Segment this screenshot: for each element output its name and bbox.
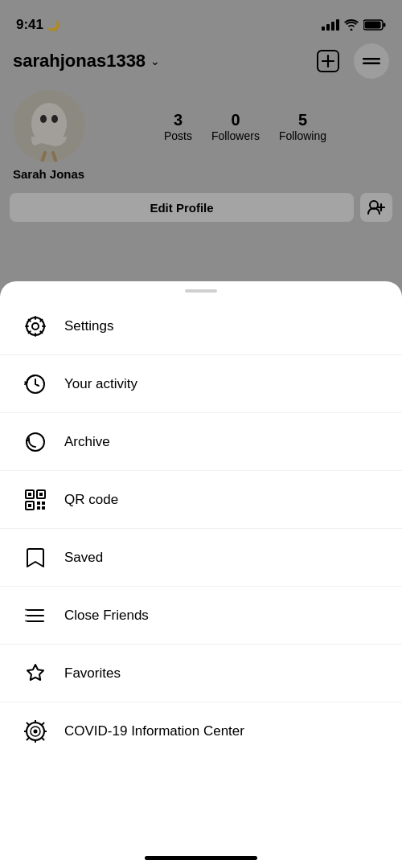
menu-item-covid[interactable]: COVID-19 Information Center: [0, 702, 402, 760]
svg-rect-26: [28, 504, 31, 507]
qr-code-icon: [18, 482, 53, 518]
covid-label: COVID-19 Information Center: [64, 723, 244, 739]
sheet-handle: [185, 289, 217, 293]
svg-point-47: [34, 730, 38, 734]
settings-label: Settings: [64, 318, 113, 334]
svg-rect-22: [28, 493, 31, 496]
svg-line-45: [42, 723, 43, 725]
svg-rect-27: [37, 502, 40, 505]
archive-icon: [18, 424, 53, 460]
svg-rect-24: [39, 493, 43, 496]
qr-code-label: QR code: [64, 492, 118, 508]
svg-line-43: [27, 723, 29, 725]
archive-label: Archive: [64, 434, 110, 450]
svg-line-44: [42, 738, 43, 739]
covid-icon: [18, 714, 53, 749]
your-activity-icon: [18, 366, 53, 402]
saved-label: Saved: [64, 550, 103, 566]
svg-point-17: [32, 323, 39, 330]
svg-rect-29: [37, 506, 40, 510]
saved-icon: [18, 540, 53, 575]
menu-item-settings[interactable]: Settings: [0, 297, 402, 355]
menu-item-qr-code[interactable]: QR code: [0, 471, 402, 529]
svg-line-46: [27, 738, 29, 739]
menu-item-saved[interactable]: Saved: [0, 529, 402, 587]
settings-icon: [18, 309, 53, 344]
svg-rect-28: [42, 502, 45, 505]
favorites-icon: [18, 656, 53, 691]
home-indicator: [145, 856, 257, 860]
close-friends-icon: [18, 598, 53, 633]
bottom-sheet: Settings Your activity Archive: [0, 281, 402, 868]
favorites-label: Favorites: [64, 665, 121, 682]
menu-item-your-activity[interactable]: Your activity: [0, 355, 402, 413]
menu-item-archive[interactable]: Archive: [0, 413, 402, 471]
svg-rect-30: [42, 506, 45, 510]
svg-point-18: [27, 317, 44, 335]
close-friends-label: Close Friends: [64, 608, 149, 624]
menu-item-close-friends[interactable]: Close Friends: [0, 587, 402, 645]
menu-item-favorites[interactable]: Favorites: [0, 645, 402, 702]
your-activity-label: Your activity: [64, 376, 137, 392]
